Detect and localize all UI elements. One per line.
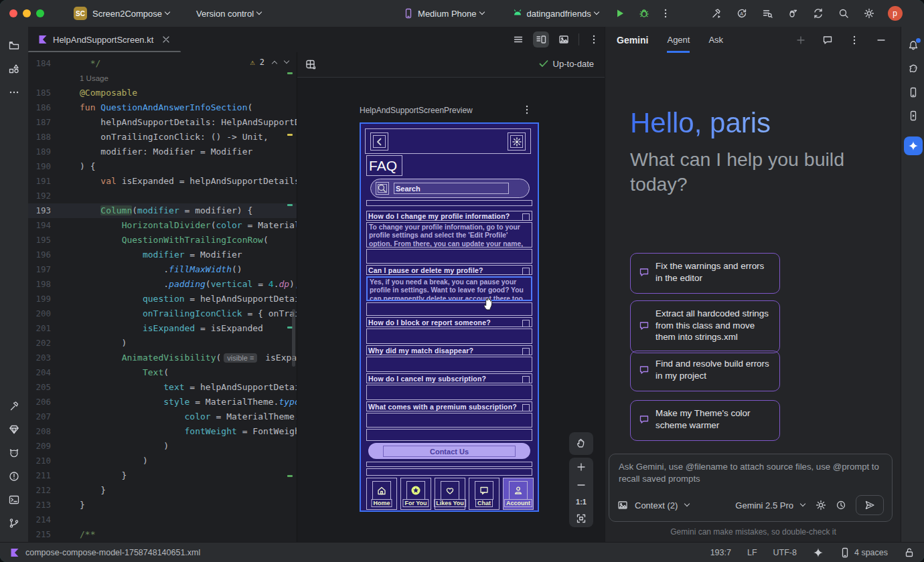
zoom-fit-button[interactable] (576, 513, 587, 524)
run-button[interactable] (615, 8, 625, 19)
inspection-widget[interactable]: ⚠ 2 (250, 58, 289, 67)
preview-layout-icon[interactable] (305, 59, 316, 70)
code-line[interactable]: 210 ) (28, 454, 297, 468)
code-line[interactable]: 200 onTrailingIconClick = { onTrai (28, 306, 297, 321)
status-file-name[interactable]: compose-compose-model-1758748140651.xml (25, 548, 200, 557)
suggestion-card[interactable]: Extract all hardcoded strings from this … (630, 300, 780, 353)
wire-faq-question[interactable]: How do I block or report someone? (366, 317, 532, 327)
gemini-settings-icon[interactable] (816, 500, 826, 510)
app-quality-gem-icon[interactable] (4, 419, 24, 440)
project-folder-icon[interactable] (4, 35, 24, 56)
editor-list-icon[interactable] (513, 34, 524, 45)
sync-a-icon[interactable]: A (737, 8, 747, 19)
chat-history-icon[interactable] (822, 35, 833, 45)
zoom-in-button[interactable] (576, 462, 587, 472)
code-line[interactable]: 190) { (28, 159, 297, 174)
wire-nav-likes-you[interactable]: Likes You (435, 478, 465, 510)
profiler-bug-icon[interactable] (787, 8, 798, 19)
suggestion-card[interactable]: Find and resolve build errors in my proj… (630, 351, 780, 391)
send-button[interactable] (856, 495, 884, 515)
build-hammer-icon[interactable] (711, 8, 722, 19)
code-line[interactable]: 204 Text( (28, 365, 297, 380)
minimize-window-button[interactable] (23, 9, 31, 17)
code-line[interactable]: 195 QuestionWithTrailingIconRow( (28, 233, 297, 248)
hide-panel-icon[interactable] (876, 35, 887, 45)
gemini-status-icon[interactable] (813, 547, 824, 558)
code-inlay-usage[interactable]: 1 Usage (28, 71, 297, 86)
new-chat-icon[interactable] (795, 35, 806, 45)
gemini-options-icon[interactable] (849, 35, 860, 45)
code-line[interactable]: 189 modifier: Modifier = Modifier (28, 145, 297, 159)
gemini-icon[interactable] (904, 136, 923, 155)
split-editor-icon[interactable] (533, 31, 549, 48)
resource-manager-icon[interactable] (4, 59, 24, 79)
code-line[interactable]: 207 color = MaterialTheme. (28, 409, 297, 424)
editor-scrollbar[interactable] (292, 309, 295, 367)
wire-faq-question[interactable]: Can I pause or delete my profile? (366, 265, 532, 275)
expand-icon[interactable] (522, 320, 530, 327)
code-line[interactable]: 203 AnimatedVisibility(visible = isExpan (28, 351, 297, 365)
attach-image-icon[interactable] (617, 500, 628, 510)
wire-faq-question[interactable]: How do I cancel my subscription? (366, 373, 532, 383)
version-control-icon[interactable] (4, 513, 24, 533)
gradle-icon[interactable] (903, 59, 923, 79)
expand-icon[interactable] (522, 348, 530, 355)
code-editor[interactable]: 184 */1 Usage185@Composable186fun Questi… (28, 52, 297, 542)
code-line[interactable]: 198 .padding(vertical = 4.dp), (28, 277, 297, 292)
wire-contact-button[interactable]: Contact Us (368, 443, 530, 459)
code-line[interactable]: 196 modifier = Modifier (28, 248, 297, 262)
search-icon[interactable] (838, 8, 849, 19)
sync-project-icon[interactable] (813, 8, 824, 19)
wire-nav-chat[interactable]: Chat (469, 478, 499, 510)
prev-warning-icon[interactable] (272, 61, 277, 66)
preview-title[interactable]: HelpAndSupportScreenPreview (360, 106, 473, 115)
running-devices-icon[interactable] (903, 106, 923, 126)
code-line[interactable]: 199 question = helpAndSupportDetai (28, 292, 297, 306)
zoom-out-button[interactable] (576, 480, 587, 490)
code-line[interactable]: 215/** (28, 527, 297, 542)
suggestion-card[interactable]: Make my Theme's color scheme warmer (630, 400, 780, 441)
wire-back-button[interactable] (370, 132, 388, 151)
wire-faq-question[interactable]: What comes with a premium subscription? (366, 401, 532, 411)
code-line[interactable]: 185@Composable (28, 86, 297, 100)
code-line[interactable]: 211 } (28, 468, 297, 483)
wire-nav-account[interactable]: Account (503, 478, 534, 510)
wire-faq-question[interactable]: How do I change my profile information? (366, 211, 532, 221)
problems-icon[interactable] (4, 466, 24, 486)
code-line[interactable]: 202 ) (28, 336, 297, 351)
zoom-actual-button[interactable]: 1:1 (576, 498, 587, 506)
phone-preview[interactable]: FAQ Search How do I change my profile in… (360, 122, 539, 512)
device-selector[interactable]: Medium Phone (403, 8, 483, 19)
todo-search-icon[interactable] (762, 8, 773, 19)
wire-search-bar[interactable]: Search (370, 179, 530, 198)
code-line[interactable]: 213} (28, 498, 297, 512)
code-line[interactable]: 193 Column(modifier = modifier) { (28, 203, 297, 218)
device-manager-icon[interactable] (903, 82, 923, 102)
caret-position[interactable]: 193:7 (710, 548, 731, 557)
code-line[interactable]: 187 helpAndSupportDetails: HelpAndSuppor… (28, 115, 297, 130)
search-input[interactable]: Search (394, 183, 509, 194)
code-line[interactable]: 208 fontWeight = FontWeigh (28, 424, 297, 439)
code-line[interactable]: 197 .fillMaxWidth() (28, 262, 297, 277)
build-hammer-icon[interactable] (4, 396, 24, 416)
run-configuration-selector[interactable]: datingandfriends (512, 8, 599, 19)
next-warning-icon[interactable] (284, 58, 289, 64)
expand-icon[interactable] (522, 213, 530, 221)
maximize-window-button[interactable] (36, 9, 44, 17)
tab-ask[interactable]: Ask (708, 35, 723, 51)
expand-icon[interactable] (522, 376, 530, 383)
code-line[interactable]: 192 (28, 189, 297, 203)
vcs-widget[interactable]: Version control (196, 9, 261, 19)
more-run-options-button[interactable] (660, 8, 671, 19)
lock-icon[interactable] (904, 547, 915, 558)
tab-agent[interactable]: Agent (667, 35, 690, 53)
code-line[interactable]: 186fun QuestionAndAnswerInfoSection( (28, 100, 297, 115)
code-line[interactable]: 209 ) (28, 439, 297, 454)
code-line[interactable]: 212 } (28, 483, 297, 498)
settings-icon[interactable] (864, 8, 874, 19)
file-encoding[interactable]: UTF-8 (773, 548, 797, 557)
logcat-cat-icon[interactable] (4, 443, 24, 463)
context-dropdown[interactable]: Context (2) (635, 500, 689, 510)
code-line[interactable]: 205 text = helpAndSupportDetai (28, 380, 297, 395)
expand-icon[interactable] (522, 268, 530, 275)
